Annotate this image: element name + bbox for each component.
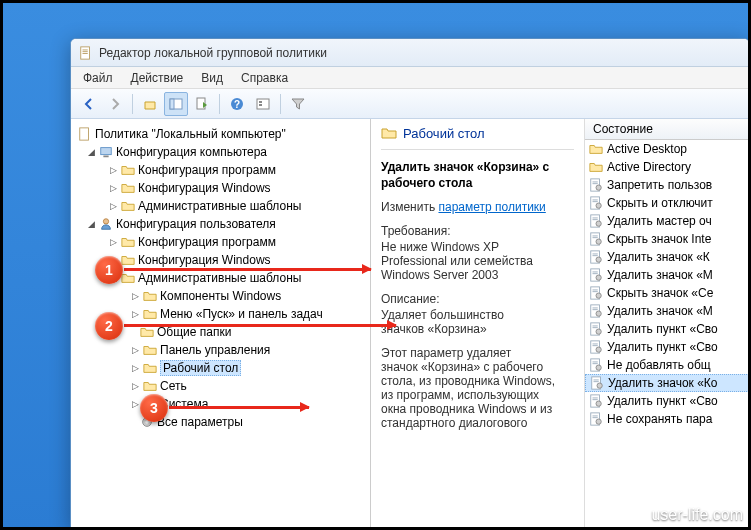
list-item-label: Удалить пункт «Сво — [607, 322, 718, 336]
tree-user-config[interactable]: ◢Конфигурация пользователя — [75, 215, 366, 233]
expander-icon[interactable]: ▷ — [130, 381, 140, 391]
expander-icon[interactable]: ▷ — [130, 399, 140, 409]
list-item[interactable]: Удалить пункт «Сво — [585, 392, 749, 410]
tree-comp-soft[interactable]: ▷Конфигурация программ — [75, 161, 366, 179]
svg-rect-27 — [593, 218, 598, 219]
list-item-label: Удалить пункт «Сво — [607, 394, 718, 408]
svg-rect-23 — [593, 200, 598, 201]
description-para: Этот параметр удаляет — [381, 346, 574, 360]
list-item-label: Удалить значок «М — [607, 304, 713, 318]
toolbar: ? — [71, 89, 749, 119]
svg-point-25 — [596, 203, 601, 208]
show-hide-button[interactable] — [164, 92, 188, 116]
tree-desktop[interactable]: ▷Рабочий стол — [75, 359, 366, 377]
tree-system[interactable]: ▷Система — [75, 395, 366, 413]
setting-icon — [589, 232, 603, 246]
list-item-label: Удалить значок «Ко — [608, 376, 718, 390]
svg-rect-48 — [593, 309, 598, 310]
expander-icon[interactable]: ▷ — [130, 309, 140, 319]
list-item[interactable]: Удалить пункт «Сво — [585, 320, 749, 338]
gpedit-window: Редактор локальной групповой политики Фа… — [70, 38, 750, 528]
list-item[interactable]: Удалить значок «Ко — [585, 374, 749, 392]
list-item[interactable]: Удалить значок «М — [585, 302, 749, 320]
list-item[interactable]: Удалить значок «М — [585, 266, 749, 284]
svg-point-49 — [596, 311, 601, 316]
svg-rect-11 — [259, 104, 262, 106]
tree-control-panel[interactable]: ▷Панель управления — [75, 341, 366, 359]
filter-button[interactable] — [286, 92, 310, 116]
svg-point-33 — [596, 239, 601, 244]
svg-point-41 — [596, 275, 601, 280]
expander-icon[interactable]: ▷ — [130, 363, 140, 373]
svg-rect-9 — [257, 99, 269, 109]
menu-file[interactable]: Файл — [75, 69, 121, 87]
svg-rect-44 — [593, 291, 598, 292]
menu-help[interactable]: Справка — [233, 69, 296, 87]
svg-rect-43 — [593, 290, 598, 291]
list-item[interactable]: Удалить значок «К — [585, 248, 749, 266]
menu-action[interactable]: Действие — [123, 69, 192, 87]
svg-rect-67 — [593, 398, 598, 399]
svg-text:?: ? — [234, 99, 240, 110]
expander-icon[interactable]: ▷ — [130, 345, 140, 355]
annotation-arrow-3 — [169, 406, 309, 409]
list-item[interactable]: Не добавлять общ — [585, 356, 749, 374]
requirements-text: Не ниже Windows XP — [381, 240, 574, 254]
description-text: значков «Корзина» — [381, 322, 574, 336]
list-item[interactable]: Запретить пользов — [585, 176, 749, 194]
expander-icon[interactable]: ▷ — [130, 291, 140, 301]
menubar: Файл Действие Вид Справка — [71, 67, 749, 89]
expander-icon[interactable]: ◢ — [86, 147, 96, 157]
setting-icon — [589, 304, 603, 318]
description-para: стола, из проводника Windows, — [381, 374, 574, 388]
svg-rect-14 — [103, 156, 108, 158]
forward-button[interactable] — [103, 92, 127, 116]
tree-root[interactable]: Политика "Локальный компьютер" — [75, 125, 366, 143]
tree-comp-config[interactable]: ◢Конфигурация компьютера — [75, 143, 366, 161]
list-item[interactable]: Скрыть и отключит — [585, 194, 749, 212]
column-header-state[interactable]: Состояние — [585, 119, 749, 140]
setting-icon — [589, 340, 603, 354]
list-item[interactable]: Не сохранять пара — [585, 410, 749, 428]
list-item[interactable]: Удалить пункт «Сво — [585, 338, 749, 356]
window-title: Редактор локальной групповой политики — [99, 46, 327, 60]
options-button[interactable] — [251, 92, 275, 116]
svg-rect-68 — [593, 399, 598, 400]
list-item[interactable]: Active Desktop — [585, 140, 749, 158]
list-item[interactable]: Скрыть значок «Се — [585, 284, 749, 302]
titlebar[interactable]: Редактор локальной групповой политики — [71, 39, 749, 67]
expander-icon[interactable]: ▷ — [108, 237, 118, 247]
tree-user-soft[interactable]: ▷Конфигурация программ — [75, 233, 366, 251]
expander-icon[interactable]: ◢ — [86, 219, 96, 229]
requirements-text: Windows Server 2003 — [381, 268, 574, 282]
expander-icon[interactable]: ▷ — [108, 183, 118, 193]
edit-policy-link[interactable]: параметр политики — [438, 200, 545, 214]
list-item[interactable]: Active Directory — [585, 158, 749, 176]
expander-icon[interactable]: ▷ — [108, 201, 118, 211]
svg-point-29 — [596, 221, 601, 226]
list-item[interactable]: Скрыть значок Inte — [585, 230, 749, 248]
tree-comp-admin[interactable]: ▷Административные шаблоны — [75, 197, 366, 215]
svg-point-57 — [596, 347, 601, 352]
back-button[interactable] — [77, 92, 101, 116]
svg-rect-2 — [83, 51, 88, 52]
tree-win-components[interactable]: ▷Компоненты Windows — [75, 287, 366, 305]
svg-point-53 — [596, 329, 601, 334]
tree-comp-win[interactable]: ▷Конфигурация Windows — [75, 179, 366, 197]
setting-icon — [589, 358, 603, 372]
menu-view[interactable]: Вид — [193, 69, 231, 87]
help-button[interactable]: ? — [225, 92, 249, 116]
setting-icon — [589, 268, 603, 282]
up-button[interactable] — [138, 92, 162, 116]
expander-icon[interactable]: ▷ — [108, 165, 118, 175]
tree-all-params[interactable]: Все параметры — [75, 413, 366, 431]
list-item-label: Не сохранять пара — [607, 412, 712, 426]
svg-rect-39 — [593, 272, 598, 273]
svg-rect-5 — [170, 99, 174, 109]
svg-point-61 — [596, 365, 601, 370]
list-item[interactable]: Удалить мастер оч — [585, 212, 749, 230]
export-button[interactable] — [190, 92, 214, 116]
folder-icon — [143, 343, 157, 357]
tree-network[interactable]: ▷Сеть — [75, 377, 366, 395]
svg-rect-71 — [593, 416, 598, 417]
